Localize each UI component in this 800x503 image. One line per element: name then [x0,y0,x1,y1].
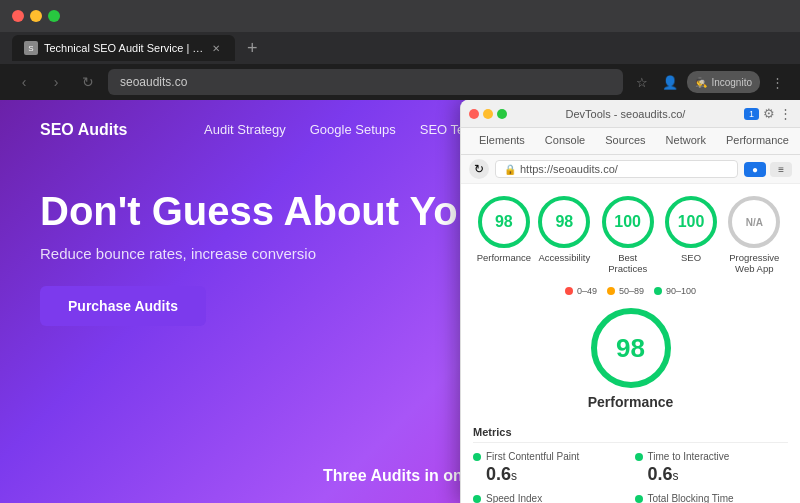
perf-score: 98 [616,333,645,364]
score-circle-seo: 100 [665,196,717,248]
legend-item-orange: 50–89 [607,286,644,296]
dt-tl-green[interactable] [497,109,507,119]
legend: 0–49 50–89 90–100 [473,286,788,296]
score-label-pwa: Progressive Web App [724,252,784,274]
metric-name-fcp: First Contentful Paint [486,451,579,462]
dt-settings-icon[interactable]: ⚙ [763,106,775,121]
dt-more-icon[interactable]: ⋮ [779,106,792,121]
dt-tl-red[interactable] [469,109,479,119]
metric-name-tbt: Total Blocking Time [648,493,734,503]
metrics-title: Metrics [473,426,788,443]
score-value-seo: 100 [678,213,705,231]
legend-item-green: 90–100 [654,286,696,296]
devtools-panel: DevTools - seoaudits.co/ 1 ⚙ ⋮ Elements … [460,100,800,503]
incognito-badge: 🕵 Incognito [687,71,760,93]
metric-tbt: Total Blocking Time 0ms [635,493,789,503]
dt-tab-console[interactable]: Console [535,128,595,154]
score-circle-accessibility: 98 [538,196,590,248]
score-value-performance: 98 [495,213,513,231]
dt-tab-network[interactable]: Network [656,128,716,154]
dt-tab-sources[interactable]: Sources [595,128,655,154]
dt-reload-button[interactable]: ↻ [469,159,489,179]
score-pwa: N/A Progressive Web App [724,196,784,274]
lighthouse-content: 98 Performance 98 Accessibility 100 [461,184,800,503]
incognito-label: Incognito [711,77,752,88]
legend-item-red: 0–49 [565,286,597,296]
metric-value-tti: 0.6s [635,464,789,485]
address-input[interactable] [108,69,623,95]
legend-dot-orange [607,287,615,295]
new-tab-button[interactable]: + [239,35,265,61]
legend-dot-green [654,287,662,295]
incognito-icon: 🕵 [695,77,707,88]
metric-dot-si [473,495,481,503]
metric-dot-tti [635,453,643,461]
metric-dot-fcp [473,453,481,461]
score-circle-best-practices: 100 [602,196,654,248]
legend-dot-red [565,287,573,295]
score-label-accessibility: Accessibility [538,252,590,263]
metric-name-si: Speed Index [486,493,542,503]
score-best-practices: 100 Best Practices [598,196,658,274]
nav-back-button[interactable]: ‹ [12,70,36,94]
score-seo: 100 SEO [665,196,717,274]
devtools-titlebar: DevTools - seoaudits.co/ 1 ⚙ ⋮ [461,100,800,128]
hero-cta-button[interactable]: Purchase Audits [40,286,206,326]
active-tab[interactable]: S Technical SEO Audit Service | … ✕ [12,35,235,61]
perf-circle-wrap: 98 Performance [473,308,788,410]
metric-tti: Time to Interactive 0.6s [635,451,789,485]
profile-icon[interactable]: 👤 [659,71,681,93]
browser-window: S Technical SEO Audit Service | … ✕ + ‹ … [0,0,800,503]
bookmark-icon[interactable]: ☆ [631,71,653,93]
score-circles: 98 Performance 98 Accessibility 100 [473,196,788,274]
tab-favicon: S [24,41,38,55]
tab-label: Technical SEO Audit Service | … [44,42,203,54]
dt-tab-performance[interactable]: Performance [716,128,799,154]
metric-fcp: First Contentful Paint 0.6s [473,451,627,485]
score-circle-pwa: N/A [728,196,780,248]
dt-count-badge: 1 [744,108,759,120]
devtools-toolbar: ↻ 🔒 https://seoaudits.co/ ● ≡ [461,155,800,184]
dt-tab-elements[interactable]: Elements [469,128,535,154]
metrics-grid: First Contentful Paint 0.6s Time to Inte… [473,451,788,503]
score-label-seo: SEO [681,252,701,263]
nav-forward-button[interactable]: › [44,70,68,94]
score-accessibility: 98 Accessibility [538,196,590,274]
score-circle-performance: 98 [478,196,530,248]
traffic-light-green[interactable] [48,10,60,22]
score-label-best-practices: Best Practices [598,252,658,274]
devtools-title: DevTools - seoaudits.co/ [513,108,738,120]
metric-dot-tbt [635,495,643,503]
dt-url-text: https://seoaudits.co/ [520,163,618,175]
dt-traffic-lights [469,109,507,119]
nav-link-google-setups[interactable]: Google Setups [310,122,396,137]
metric-value-fcp: 0.6s [473,464,627,485]
score-value-accessibility: 98 [555,213,573,231]
menu-icon[interactable]: ⋮ [766,71,788,93]
dt-action-btn-active[interactable]: ● [744,162,766,177]
perf-label: Performance [588,394,674,410]
tab-close-icon[interactable]: ✕ [209,41,223,55]
score-value-pwa: N/A [746,217,763,228]
nav-reload-button[interactable]: ↻ [76,70,100,94]
dt-top-controls: 1 ⚙ ⋮ [744,106,792,121]
score-label-performance: Performance [477,252,531,263]
perf-circle: 98 [591,308,671,388]
tab-bar: S Technical SEO Audit Service | … ✕ + [0,32,800,64]
dt-tl-yellow[interactable] [483,109,493,119]
nav-link-audit-strategy[interactable]: Audit Strategy [204,122,286,137]
legend-range-green: 90–100 [666,286,696,296]
traffic-light-yellow[interactable] [30,10,42,22]
traffic-light-red[interactable] [12,10,24,22]
legend-range-red: 0–49 [577,286,597,296]
devtools-tabs: Elements Console Sources Network Perform… [461,128,800,155]
dt-action-buttons: ● ≡ [744,162,792,177]
traffic-lights [12,10,60,22]
dt-action-btn-2[interactable]: ≡ [770,162,792,177]
metric-name-tti: Time to Interactive [648,451,730,462]
browser-titlebar [0,0,800,32]
main-content: SEO Audits Audit Strategy Google Setups … [0,100,800,503]
dt-lock-icon: 🔒 [504,164,516,175]
legend-range-orange: 50–89 [619,286,644,296]
score-performance: 98 Performance [477,196,531,274]
